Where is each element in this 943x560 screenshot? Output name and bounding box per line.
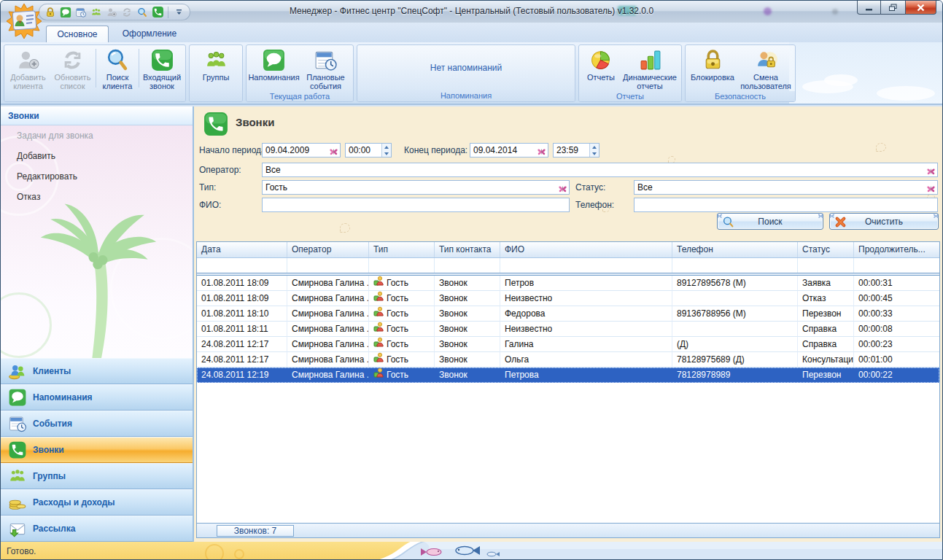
sidebar-link-call-tasks[interactable]: Задачи для звонка xyxy=(17,131,93,141)
sidebar-item-clients[interactable]: Клиенты xyxy=(1,358,193,384)
butterfly-picker-icon[interactable] xyxy=(558,183,567,192)
butterfly-decoration xyxy=(828,211,835,217)
titlebar: Менеджер - Фитнес центр "СпецСофт" - Цен… xyxy=(1,1,942,23)
table-row[interactable]: 24.08.2011 12:17 Смирнова Галина ... Гос… xyxy=(197,352,939,368)
table-row[interactable]: 01.08.2011 18:11 Смирнова Галина ... Гос… xyxy=(197,322,939,337)
add-client-icon xyxy=(16,48,40,72)
fio-field[interactable] xyxy=(262,198,570,212)
reminders-icon xyxy=(8,388,27,407)
butterfly-picker-icon[interactable] xyxy=(926,183,936,192)
water-decoration xyxy=(330,542,942,560)
sidebar-item-money[interactable]: Расходы и доходы xyxy=(1,489,193,516)
calls-table: Дата Оператор Тип Тип контакта ФИО Телеф… xyxy=(196,241,940,538)
ribbon-group-label: Безопасность xyxy=(686,91,795,101)
sidebar-link-edit[interactable]: Редактировать xyxy=(17,171,77,182)
phone-field[interactable] xyxy=(634,198,938,212)
ribbon-change-user-button[interactable]: Смена пользователя xyxy=(738,46,793,90)
ribbon-planned-events-button[interactable]: Плановые события xyxy=(300,46,352,90)
table-row[interactable]: 01.08.2011 18:09 Смирнова Галина ... Гос… xyxy=(197,276,939,291)
restore-button[interactable] xyxy=(881,1,906,15)
ribbon-reports-button[interactable]: Отчеты xyxy=(581,46,621,90)
reports-icon xyxy=(589,48,613,72)
statusbar: Готово. xyxy=(1,542,942,560)
ribbon-group-clients: Добавить клиента Обновить список Поиск к… xyxy=(4,44,186,102)
minimize-button[interactable] xyxy=(857,1,881,15)
time-spinner[interactable] xyxy=(589,144,599,157)
ribbon-search-client-button[interactable]: Поиск клиента xyxy=(97,46,138,90)
app-logo-icon[interactable] xyxy=(5,2,43,40)
ribbon-groups-button[interactable]: Группы xyxy=(191,46,241,90)
window-controls xyxy=(857,1,936,15)
mailing-icon xyxy=(8,519,27,538)
table-empty-area xyxy=(197,383,939,523)
sidebar-item-reminders[interactable]: Напоминания xyxy=(1,384,193,411)
type-field[interactable] xyxy=(262,180,570,195)
close-button[interactable] xyxy=(906,1,936,15)
page-title: Звонки xyxy=(236,116,274,128)
column-header-status[interactable]: Статус xyxy=(798,242,854,257)
period-start-date-field[interactable] xyxy=(262,143,341,158)
ribbon-add-client-button[interactable]: Добавить клиента xyxy=(6,46,50,90)
planned-events-icon xyxy=(314,48,338,72)
sidebar-link-decline[interactable]: Отказ xyxy=(17,192,40,202)
refresh-icon xyxy=(61,48,85,72)
period-start-time-field[interactable] xyxy=(345,143,392,158)
ribbon-group-label xyxy=(4,91,185,101)
clear-button[interactable]: Очистить xyxy=(829,213,939,230)
column-header-fio[interactable]: ФИО xyxy=(500,242,672,257)
butterfly-picker-icon[interactable] xyxy=(329,146,338,155)
ribbon-group-groups: Группы xyxy=(189,44,243,102)
column-header-date[interactable]: Дата xyxy=(197,242,287,257)
butterfly-decoration xyxy=(716,211,723,217)
ribbon-dynamic-reports-button[interactable]: Динамические отчеты xyxy=(621,46,678,90)
fio-label: ФИО: xyxy=(199,198,221,212)
table-row[interactable]: 24.08.2011 12:19 Смирнова Галина ... Гос… xyxy=(197,368,939,383)
sidebar-section-header: Звонки xyxy=(1,106,193,125)
table-row[interactable]: 01.08.2011 18:10 Смирнова Галина ... Гос… xyxy=(197,306,939,322)
ribbon-group-reminders: Нет напоминаний Напоминания xyxy=(357,44,575,102)
butterfly-picker-icon[interactable] xyxy=(537,146,546,155)
table-row[interactable]: 01.08.2011 18:09 Смирнова Галина ... Гос… xyxy=(197,291,939,306)
ribbon: Добавить клиента Обновить список Поиск к… xyxy=(1,42,942,105)
search-button[interactable]: Поиск xyxy=(717,213,823,230)
period-end-time-field[interactable] xyxy=(553,143,599,158)
sidebar-item-mailing[interactable]: Рассылка xyxy=(1,516,193,542)
guest-icon xyxy=(373,322,384,336)
ribbon-group-security: Блокировка Смена пользователя Безопаснос… xyxy=(685,44,796,102)
column-header-duration[interactable]: Продолжитель... xyxy=(854,242,939,257)
status-text: Готово. xyxy=(7,546,36,556)
time-spinner[interactable] xyxy=(381,144,391,157)
calls-count-badge: Звонков: 7 xyxy=(217,525,294,537)
status-field[interactable] xyxy=(634,180,938,195)
column-header-type[interactable]: Тип xyxy=(369,242,435,257)
column-header-operator[interactable]: Оператор xyxy=(287,242,369,257)
sidebar-item-groups[interactable]: Группы xyxy=(1,463,193,489)
table-rows: 01.08.2011 18:09 Смирнова Галина ... Гос… xyxy=(197,276,939,383)
ribbon-reminders-button[interactable]: Напоминания xyxy=(248,46,300,90)
butterfly-decoration xyxy=(818,211,824,217)
sidebar-link-add[interactable]: Добавить xyxy=(17,151,55,161)
sidebar-nav: Клиенты Напоминания События Звонки xyxy=(1,358,193,542)
tab-oformlenie[interactable]: Оформление xyxy=(116,26,183,42)
ribbon-incoming-call-button[interactable]: Входящий звонок xyxy=(140,46,184,90)
table-filter-row[interactable] xyxy=(197,258,939,273)
status-label: Статус: xyxy=(575,180,605,195)
ribbon-group-label: Напоминания xyxy=(357,90,575,101)
column-header-phone[interactable]: Телефон xyxy=(672,242,798,257)
period-end-date-field[interactable] xyxy=(470,143,548,158)
butterfly-picker-icon[interactable] xyxy=(926,166,936,174)
tab-osnovnoe[interactable]: Основное xyxy=(46,26,109,42)
period-end-label: Конец периода: xyxy=(404,143,467,158)
events-icon xyxy=(8,414,27,433)
column-header-contact-type[interactable]: Тип контакта xyxy=(435,242,500,257)
palm-tree-decoration xyxy=(9,191,187,360)
ribbon-refresh-list-button[interactable]: Обновить список xyxy=(50,46,95,90)
ribbon-lock-button[interactable]: Блокировка xyxy=(687,46,738,90)
sidebar-item-calls[interactable]: Звонки xyxy=(1,437,193,463)
incoming-call-icon xyxy=(150,48,174,72)
operator-field[interactable] xyxy=(262,163,938,177)
table-header: Дата Оператор Тип Тип контакта ФИО Телеф… xyxy=(197,242,939,258)
dynamic-reports-icon xyxy=(638,48,662,72)
table-row[interactable]: 24.08.2011 12:17 Смирнова Галина ... Гос… xyxy=(197,337,939,352)
sidebar-item-events[interactable]: События xyxy=(1,411,193,437)
